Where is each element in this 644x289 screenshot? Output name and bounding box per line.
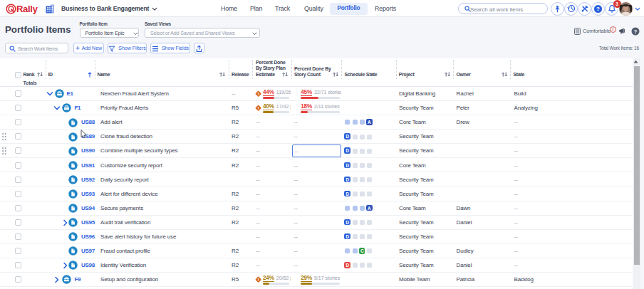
svg-text:!: ! <box>258 92 259 96</box>
svg-text:?: ? <box>634 28 638 34</box>
svg-text:!: ! <box>258 106 259 110</box>
svg-text:!: ! <box>258 278 259 282</box>
svg-text:?: ? <box>596 6 600 12</box>
